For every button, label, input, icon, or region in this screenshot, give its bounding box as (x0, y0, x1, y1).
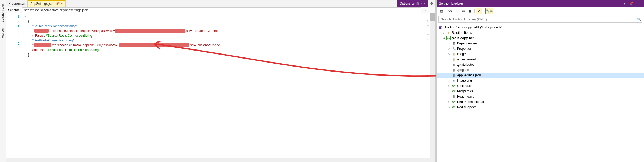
gitignore-file[interactable]: ▯ .gitignore (437, 67, 644, 73)
wrap-icon: ↩ (427, 37, 429, 41)
home-icon[interactable]: ⟳▸ (448, 8, 454, 14)
markdown-file-icon: ▯ (452, 94, 456, 99)
promote-icon[interactable]: ▤ (416, 2, 419, 5)
tab-settings-gear-icon[interactable]: ⚙ (428, 0, 435, 7)
cs-file-icon: C# (452, 89, 456, 93)
show-all-icon[interactable]: ▣ (467, 8, 473, 14)
schema-input[interactable] (22, 7, 421, 13)
wrap-icon: ↩ (427, 23, 429, 28)
cs-file-icon: C# (452, 84, 456, 88)
rediscopy-cs-file[interactable]: ▷ C# RedisCopy.cs (437, 105, 644, 110)
solution-tree[interactable]: ◧ Solution 'redis-copy-net8' (2 of 2 pro… (437, 24, 644, 162)
dependencies-node[interactable]: ▷ ▦ Dependencies (437, 41, 644, 46)
wrench-icon: 🔧 (452, 47, 456, 51)
expand-icon[interactable]: ▷ (447, 106, 451, 109)
file-icon: ▯ (452, 63, 456, 67)
split-editor-icon[interactable]: ⁞ (429, 8, 433, 12)
pin-icon[interactable]: 📌 (56, 2, 59, 5)
schema-bar: Schema: ▾ ⁞ (6, 7, 435, 13)
cs-file-icon: C# (452, 100, 456, 104)
close-panel-icon[interactable]: ⋮ (637, 2, 642, 5)
schema-dropdown-icon[interactable]: ▾ (423, 8, 427, 12)
close-icon[interactable]: ✕ (61, 2, 63, 5)
folder-icon: ▮ (446, 31, 451, 35)
csproj-icon: C# (446, 36, 451, 40)
editor-tab-bar: Program.cs AppSettings.json 📌 ✕ Options.… (6, 0, 435, 7)
solution-explorer-titlebar: Solution Explorer ▾ 📌 ⋮ (437, 0, 644, 7)
wrap-icon: ↩ (427, 32, 429, 37)
solution-items-folder[interactable]: ▷ ▮ Solution Items (437, 30, 644, 35)
properties-icon[interactable]: 🔧▭ (485, 8, 493, 14)
expand-icon[interactable]: ▷ (447, 85, 451, 87)
tab-program-cs[interactable]: Program.cs (6, 0, 28, 7)
image-file-icon: ▨ (452, 78, 456, 83)
images-folder[interactable]: ▷ ▮ images (437, 51, 644, 57)
project-node[interactable]: ◢ C# redis-copy-net8 (437, 35, 644, 41)
folder-icon: ▮ (452, 57, 456, 61)
expand-icon[interactable]: ▷ (442, 31, 445, 34)
panel-title: Solution Explorer (439, 2, 620, 5)
fold-gutter: ▾ (22, 13, 28, 158)
expand-icon[interactable]: ▷ (447, 90, 451, 93)
program-cs-file[interactable]: ▷ C# Program.cs (437, 89, 644, 94)
datasources-tab[interactable]: Data Sources (1, 1, 5, 24)
solution-explorer-toolbar: ▦ ⟳▸ ⇋ ▭ ▣ ⤢ 🔧▭ (437, 7, 644, 15)
views-icon[interactable]: ▦ (438, 8, 444, 14)
autohide-pin-icon[interactable]: 📌 (628, 2, 634, 5)
scope-icon[interactable]: ⤢ (476, 8, 482, 14)
collapse-icon[interactable]: ◢ (442, 37, 445, 39)
fold-toggle-icon[interactable]: ▾ (22, 14, 28, 19)
options-cs-file[interactable]: ▷ C# Options.cs (437, 83, 644, 89)
file-icon: ▯ (452, 68, 456, 72)
readme-file[interactable]: ▯ Readme.md (437, 94, 644, 99)
expand-icon[interactable]: ▷ (447, 53, 451, 55)
tab-options-cs-preview[interactable]: Options.cs ▤ ✕ ▾ (397, 0, 428, 7)
appsettings-file[interactable]: ▯ AppSettings.json (437, 73, 644, 78)
imagepng-file[interactable]: ▨ image.png (437, 78, 644, 83)
line-number-gutter: 1 2 3 4 5 (6, 13, 22, 158)
schema-label: Schema: (8, 8, 20, 12)
search-icon[interactable]: 🔍 (636, 18, 642, 21)
wrap-icon: ↩ (427, 19, 429, 23)
redacted-text: xxxxxxxxxxx (34, 43, 51, 47)
sync-icon[interactable]: ⇋ (454, 8, 460, 14)
tab-label: AppSettings.json (30, 2, 54, 6)
scroll-thumb[interactable] (430, 13, 435, 21)
horizontal-scrollbar[interactable] (6, 158, 435, 162)
expand-icon[interactable]: ▷ (447, 58, 451, 61)
dependencies-icon: ▦ (452, 41, 456, 45)
left-tool-tabs: Data Sources Toolbox (0, 0, 6, 162)
solution-icon: ◧ (438, 25, 443, 30)
other-noneed-folder[interactable]: ▷ ▮ other-noneed (437, 57, 644, 62)
collapse-icon[interactable]: ▭ (460, 8, 466, 14)
expand-icon[interactable]: ▷ (447, 101, 451, 103)
tab-label: Options.cs (400, 2, 415, 5)
window-menu-icon[interactable]: ▾ (622, 2, 626, 5)
cs-file-icon: C# (452, 105, 456, 109)
code-editor[interactable]: 1 2 3 4 5 ▾ { "SourceRedisConnectionStri… (6, 13, 435, 158)
code-content[interactable]: { "SourceRedisConnectionString":↩ "txxxx… (28, 13, 430, 158)
folder-icon: ▮ (452, 52, 456, 56)
solution-search[interactable]: 🔍 (438, 16, 642, 23)
close-icon[interactable]: ✕ (420, 2, 422, 5)
expand-icon[interactable]: ▷ (447, 42, 451, 45)
solution-explorer-panel: Solution Explorer ▾ 📌 ⋮ ▦ ⟳▸ ⇋ ▭ ▣ ⤢ 🔧▭ … (437, 0, 644, 162)
dropdown-icon[interactable]: ▾ (424, 2, 425, 5)
toolbox-tab[interactable]: Toolbox (1, 26, 5, 40)
solution-root-node[interactable]: ◧ Solution 'redis-copy-net8' (2 of 2 pro… (437, 25, 644, 30)
properties-node[interactable]: ▷ 🔧 Properties (437, 46, 644, 51)
expand-icon[interactable]: ▷ (447, 47, 451, 50)
json-file-icon: ▯ (452, 73, 456, 77)
tab-label: Program.cs (9, 2, 25, 5)
redacted-text: xxxxxxxxxxxxxxxxxxxxxxxxxxxxxxxxxxxxxxxx… (119, 43, 189, 47)
solution-search-input[interactable] (439, 18, 636, 21)
redisconnection-cs-file[interactable]: ▷ C# RedisConnection.cs (437, 99, 644, 105)
tab-appsettings-json[interactable]: AppSettings.json 📌 ✕ (28, 0, 66, 7)
vertical-scrollbar[interactable] (430, 13, 435, 158)
redacted-text: xxxxxxxxx (34, 29, 49, 33)
gitattributes-file[interactable]: ▯ .gitattributes (437, 62, 644, 67)
redacted-text: xxxxxxxxxxxxxxxxxxxxxxxxxxxxxxxxxxxxxxxx… (115, 29, 185, 33)
